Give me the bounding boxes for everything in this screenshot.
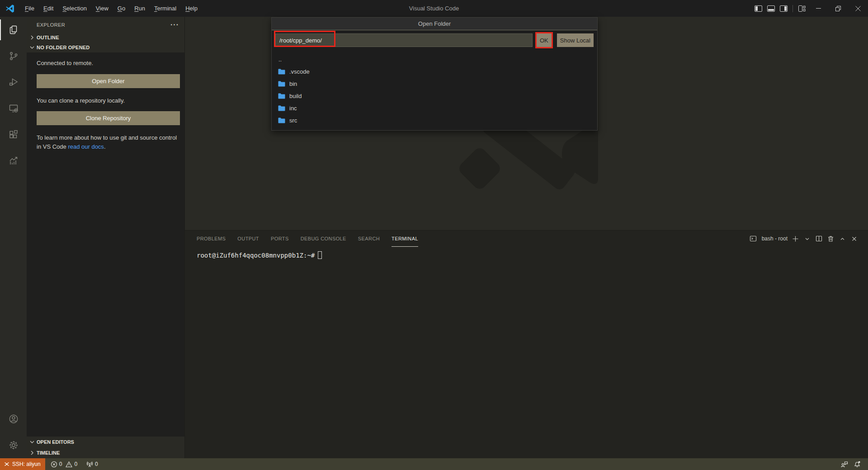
error-count: 0	[59, 461, 62, 467]
feedback-status[interactable]	[838, 458, 851, 470]
section-timeline[interactable]: TIMELINE	[27, 447, 184, 458]
menu-edit[interactable]: Edit	[39, 0, 58, 17]
chevron-right-icon	[28, 449, 36, 456]
ports-status[interactable]: 0	[84, 458, 101, 470]
entry-label: ..	[278, 56, 282, 63]
tab-search[interactable]: SEARCH	[358, 231, 380, 247]
stats-graph-icon[interactable]	[0, 148, 27, 174]
list-item[interactable]: bin	[272, 78, 597, 90]
read-our-docs-link[interactable]: read our docs	[68, 143, 104, 150]
list-item[interactable]: src	[272, 114, 597, 127]
run-and-debug-icon[interactable]	[0, 69, 27, 95]
folder-list: .. .vscode bin build inc src	[272, 51, 597, 130]
section-no-folder-label: NO FOLDER OPENED	[37, 45, 90, 50]
section-outline[interactable]: OUTLINE	[27, 33, 184, 42]
settings-gear-icon[interactable]	[0, 432, 27, 458]
connected-remote-text: Connected to remote.	[37, 59, 180, 68]
extensions-icon[interactable]	[0, 122, 27, 148]
layout-sidebar-right-icon[interactable]	[777, 0, 790, 17]
ok-button[interactable]: OK	[537, 33, 552, 47]
activity-bar	[0, 17, 27, 458]
list-item-parent[interactable]: ..	[272, 53, 597, 66]
list-item[interactable]: build	[272, 90, 597, 102]
vscode-window: File Edit Selection View Go Run Terminal…	[0, 0, 868, 470]
sidebar-title: EXPLORER	[37, 22, 65, 28]
tab-ports[interactable]: PORTS	[271, 231, 289, 247]
customize-layout-icon[interactable]	[796, 0, 808, 17]
source-control-icon[interactable]	[0, 43, 27, 69]
radio-tower-icon	[86, 461, 93, 468]
sidebar-explorer: EXPLORER ··· OUTLINE NO FOLDER OPENED Co…	[27, 17, 185, 458]
layout-panel-icon[interactable]	[764, 0, 777, 17]
folder-icon	[278, 69, 285, 75]
section-timeline-label: TIMELINE	[37, 450, 60, 456]
terminal-cursor	[318, 251, 322, 259]
section-open-editors-label: OPEN EDITORS	[37, 439, 74, 445]
layout-sidebar-left-icon[interactable]	[752, 0, 764, 17]
menu-help[interactable]: Help	[181, 0, 202, 17]
section-open-editors[interactable]: OPEN EDITORS	[27, 437, 184, 447]
more-actions-icon[interactable]: ···	[170, 21, 179, 29]
folder-icon	[278, 105, 285, 111]
folder-icon	[278, 93, 285, 99]
dialog-title: Open Folder	[272, 18, 597, 30]
chevron-down-icon	[28, 44, 36, 51]
tab-problems[interactable]: PROBLEMS	[197, 231, 226, 247]
folder-path-input[interactable]	[275, 33, 533, 47]
open-folder-button[interactable]: Open Folder	[37, 74, 180, 88]
bell-icon	[854, 461, 861, 468]
notifications-status[interactable]	[851, 458, 863, 470]
close-window-button[interactable]	[848, 0, 868, 17]
close-panel-icon[interactable]	[848, 233, 860, 244]
titlebar: File Edit Selection View Go Run Terminal…	[0, 0, 868, 17]
section-no-folder-opened[interactable]: NO FOLDER OPENED	[27, 42, 184, 52]
entry-label: src	[289, 117, 297, 124]
menu-file[interactable]: File	[20, 0, 39, 17]
statusbar: SSH: aliyun 0 0 0	[0, 458, 868, 470]
remote-explorer-icon[interactable]	[0, 95, 27, 122]
show-local-button[interactable]: Show Local	[557, 33, 594, 47]
entry-label: bin	[289, 80, 297, 87]
menu-view[interactable]: View	[91, 0, 113, 17]
restore-button[interactable]	[828, 0, 848, 17]
ports-count: 0	[95, 461, 98, 467]
terminal-icon	[747, 233, 759, 244]
docs-paragraph: To learn more about how to use git and s…	[37, 133, 180, 151]
menu-run[interactable]: Run	[130, 0, 150, 17]
vscode-watermark-icon	[454, 124, 599, 192]
panel-tabbar: PROBLEMS OUTPUT PORTS DEBUG CONSOLE SEAR…	[185, 230, 868, 247]
entry-label: .vscode	[289, 68, 310, 75]
list-item[interactable]: .vscode	[272, 66, 597, 78]
vscode-logo-icon	[5, 4, 15, 14]
new-terminal-icon[interactable]	[789, 233, 801, 244]
remote-label: SSH: aliyun	[12, 461, 41, 467]
list-item[interactable]: inc	[272, 102, 597, 114]
tab-output[interactable]: OUTPUT	[237, 231, 259, 247]
problems-status[interactable]: 0 0	[48, 458, 80, 470]
tab-terminal[interactable]: TERMINAL	[392, 231, 418, 247]
chevron-right-icon	[28, 34, 36, 41]
window-title: Visual Studio Code	[409, 0, 459, 17]
folder-icon	[278, 81, 285, 87]
maximize-panel-icon[interactable]	[836, 233, 848, 244]
terminal-body[interactable]: root@iZuf6hf4qqoc08mnvpp0b1Z:~#	[185, 247, 868, 458]
section-outline-label: OUTLINE	[37, 35, 59, 40]
clone-repository-button[interactable]: Clone Repository	[37, 111, 180, 125]
menu-go[interactable]: Go	[113, 0, 130, 17]
clone-locally-text: You can clone a repository locally.	[37, 96, 180, 105]
dialog-input-row: OK Show Local	[272, 30, 597, 51]
kill-terminal-trash-icon[interactable]	[825, 233, 836, 244]
remote-icon	[4, 461, 10, 467]
remote-indicator[interactable]: SSH: aliyun	[0, 458, 45, 470]
account-icon[interactable]	[0, 406, 27, 432]
tab-debug-console[interactable]: DEBUG CONSOLE	[301, 231, 346, 247]
warning-count: 0	[74, 461, 77, 467]
split-terminal-icon[interactable]	[813, 233, 825, 244]
menu-terminal[interactable]: Terminal	[150, 0, 181, 17]
terminal-dropdown-icon[interactable]	[801, 233, 813, 244]
minimize-button[interactable]	[808, 0, 828, 17]
explorer-files-icon[interactable]	[0, 17, 27, 43]
menu-selection[interactable]: Selection	[58, 0, 91, 17]
terminal-shell-label[interactable]: bash - root	[762, 235, 788, 242]
entry-label: build	[289, 93, 302, 99]
